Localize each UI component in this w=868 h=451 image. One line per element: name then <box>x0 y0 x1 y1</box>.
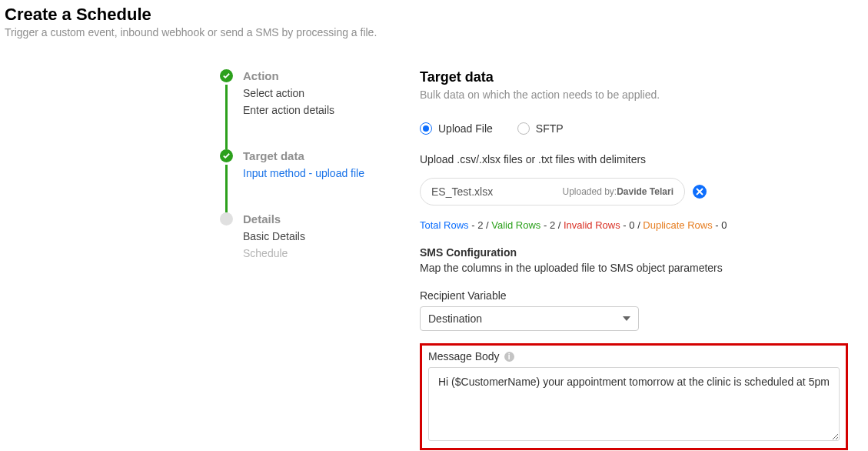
radio-label: SFTP <box>536 122 564 135</box>
message-body-textarea[interactable] <box>428 367 840 441</box>
step-action[interactable]: Action Select action Enter action detail… <box>220 69 389 117</box>
checkmark-icon <box>220 69 233 82</box>
step-details[interactable]: Details Basic Details Schedule <box>220 212 389 260</box>
step-sub: Select action <box>243 86 389 100</box>
file-name: ES_Test.xlsx <box>431 185 493 198</box>
recipient-variable-label: Recipient Variable <box>420 289 848 302</box>
section-heading: Target data <box>420 69 848 85</box>
stepper: Action Select action Enter action detail… <box>220 69 389 451</box>
step-target-data[interactable]: Target data Input method - upload file <box>220 149 389 180</box>
radio-sftp[interactable]: SFTP <box>517 122 564 135</box>
select-value: Destination <box>428 312 482 325</box>
radio-upload-file[interactable]: Upload File <box>420 122 493 135</box>
message-body-highlight: Message Body i <box>420 343 848 450</box>
stat-dup-label: Duplicate Rows <box>643 219 712 231</box>
step-title: Target data <box>243 149 389 163</box>
step-sub-link[interactable]: Input method - upload file <box>243 166 389 180</box>
radio-label: Upload File <box>438 122 493 135</box>
step-sub: Schedule <box>243 246 389 260</box>
page-subtitle: Trigger a custom event, inbound webhook … <box>5 26 863 38</box>
stat-total-value: 2 <box>477 219 483 231</box>
stat-invalid-label: Invalid Rows <box>564 219 620 231</box>
recipient-variable-select[interactable]: Destination <box>420 306 639 331</box>
sms-config-heading: SMS Configuration <box>420 246 848 259</box>
checkmark-icon <box>220 149 233 162</box>
circle-icon <box>220 212 233 226</box>
section-subheading: Bulk data on which the action needs to b… <box>420 89 848 101</box>
step-title: Action <box>243 69 389 83</box>
step-sub: Enter action details <box>243 103 389 117</box>
stat-valid-label: Valid Rows <box>491 219 540 231</box>
radio-icon <box>420 122 432 135</box>
sms-config-sub: Map the columns in the uploaded file to … <box>420 262 848 274</box>
page-title: Create a Schedule <box>5 5 863 25</box>
file-uploaded-by: Uploaded by:Davide Telari <box>562 186 673 197</box>
file-stats: Total Rows - 2 / Valid Rows - 2 / Invali… <box>420 219 848 231</box>
step-title: Details <box>243 212 389 226</box>
stat-total-label: Total Rows <box>420 219 469 231</box>
stat-dup-value: 0 <box>721 219 727 231</box>
stat-valid-value: 2 <box>550 219 555 231</box>
file-chip[interactable]: ES_Test.xlsx Uploaded by:Davide Telari <box>420 178 685 205</box>
step-sub: Basic Details <box>243 229 389 243</box>
chevron-down-icon <box>623 316 630 321</box>
remove-file-icon[interactable] <box>693 185 707 199</box>
upload-hint: Upload .csv/.xlsx files or .txt files wi… <box>420 153 848 165</box>
stat-invalid-value: 0 <box>629 219 634 231</box>
radio-icon <box>517 122 530 135</box>
message-body-label: Message Body i <box>428 350 840 362</box>
info-icon[interactable]: i <box>504 352 514 362</box>
